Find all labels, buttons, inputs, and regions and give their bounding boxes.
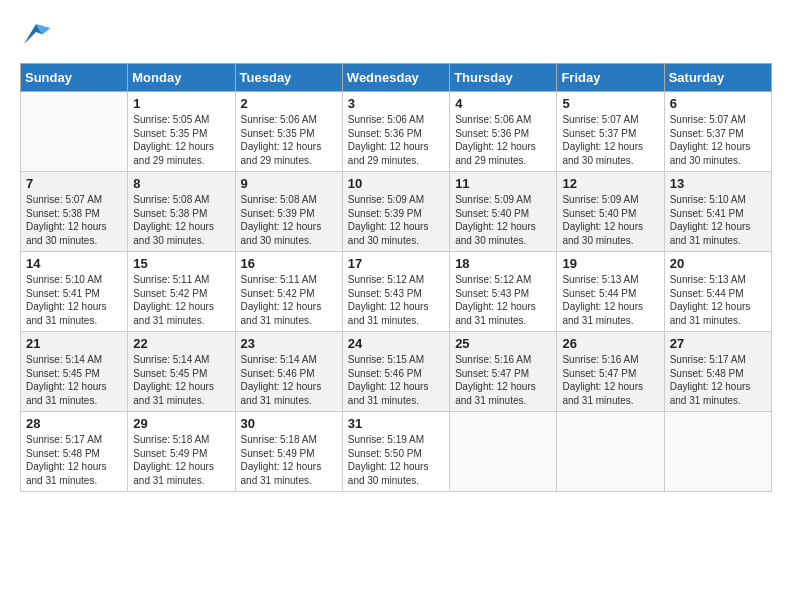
- day-number: 27: [670, 336, 766, 351]
- calendar-cell: 14 Sunrise: 5:10 AMSunset: 5:41 PMDaylig…: [21, 252, 128, 332]
- cell-info: Sunrise: 5:10 AMSunset: 5:41 PMDaylight:…: [670, 193, 766, 247]
- day-number: 18: [455, 256, 551, 271]
- calendar-cell: 21 Sunrise: 5:14 AMSunset: 5:45 PMDaylig…: [21, 332, 128, 412]
- calendar-cell: 19 Sunrise: 5:13 AMSunset: 5:44 PMDaylig…: [557, 252, 664, 332]
- day-number: 11: [455, 176, 551, 191]
- calendar-cell: 20 Sunrise: 5:13 AMSunset: 5:44 PMDaylig…: [664, 252, 771, 332]
- cell-info: Sunrise: 5:06 AMSunset: 5:36 PMDaylight:…: [348, 113, 444, 167]
- calendar-cell: 18 Sunrise: 5:12 AMSunset: 5:43 PMDaylig…: [450, 252, 557, 332]
- calendar-week-4: 28 Sunrise: 5:17 AMSunset: 5:48 PMDaylig…: [21, 412, 772, 492]
- day-number: 29: [133, 416, 229, 431]
- calendar-cell: 6 Sunrise: 5:07 AMSunset: 5:37 PMDayligh…: [664, 92, 771, 172]
- calendar-cell: 7 Sunrise: 5:07 AMSunset: 5:38 PMDayligh…: [21, 172, 128, 252]
- cell-info: Sunrise: 5:16 AMSunset: 5:47 PMDaylight:…: [562, 353, 658, 407]
- cell-info: Sunrise: 5:13 AMSunset: 5:44 PMDaylight:…: [670, 273, 766, 327]
- calendar-cell: 31 Sunrise: 5:19 AMSunset: 5:50 PMDaylig…: [342, 412, 449, 492]
- cell-info: Sunrise: 5:17 AMSunset: 5:48 PMDaylight:…: [670, 353, 766, 407]
- day-number: 4: [455, 96, 551, 111]
- calendar-cell: [664, 412, 771, 492]
- cell-info: Sunrise: 5:07 AMSunset: 5:37 PMDaylight:…: [562, 113, 658, 167]
- cell-info: Sunrise: 5:18 AMSunset: 5:49 PMDaylight:…: [133, 433, 229, 487]
- weekday-header-row: SundayMondayTuesdayWednesdayThursdayFrid…: [21, 64, 772, 92]
- day-number: 7: [26, 176, 122, 191]
- cell-info: Sunrise: 5:05 AMSunset: 5:35 PMDaylight:…: [133, 113, 229, 167]
- cell-info: Sunrise: 5:09 AMSunset: 5:39 PMDaylight:…: [348, 193, 444, 247]
- cell-info: Sunrise: 5:11 AMSunset: 5:42 PMDaylight:…: [133, 273, 229, 327]
- calendar-cell: [21, 92, 128, 172]
- calendar-cell: 5 Sunrise: 5:07 AMSunset: 5:37 PMDayligh…: [557, 92, 664, 172]
- day-number: 14: [26, 256, 122, 271]
- calendar-cell: 27 Sunrise: 5:17 AMSunset: 5:48 PMDaylig…: [664, 332, 771, 412]
- calendar-cell: 15 Sunrise: 5:11 AMSunset: 5:42 PMDaylig…: [128, 252, 235, 332]
- calendar-cell: 23 Sunrise: 5:14 AMSunset: 5:46 PMDaylig…: [235, 332, 342, 412]
- calendar-week-1: 7 Sunrise: 5:07 AMSunset: 5:38 PMDayligh…: [21, 172, 772, 252]
- calendar-cell: 22 Sunrise: 5:14 AMSunset: 5:45 PMDaylig…: [128, 332, 235, 412]
- cell-info: Sunrise: 5:12 AMSunset: 5:43 PMDaylight:…: [348, 273, 444, 327]
- day-number: 31: [348, 416, 444, 431]
- logo: [20, 20, 56, 48]
- cell-info: Sunrise: 5:15 AMSunset: 5:46 PMDaylight:…: [348, 353, 444, 407]
- cell-info: Sunrise: 5:08 AMSunset: 5:39 PMDaylight:…: [241, 193, 337, 247]
- calendar-cell: 13 Sunrise: 5:10 AMSunset: 5:41 PMDaylig…: [664, 172, 771, 252]
- day-number: 5: [562, 96, 658, 111]
- calendar-cell: 10 Sunrise: 5:09 AMSunset: 5:39 PMDaylig…: [342, 172, 449, 252]
- weekday-header-saturday: Saturday: [664, 64, 771, 92]
- calendar-cell: 17 Sunrise: 5:12 AMSunset: 5:43 PMDaylig…: [342, 252, 449, 332]
- day-number: 2: [241, 96, 337, 111]
- cell-info: Sunrise: 5:19 AMSunset: 5:50 PMDaylight:…: [348, 433, 444, 487]
- calendar-cell: 2 Sunrise: 5:06 AMSunset: 5:35 PMDayligh…: [235, 92, 342, 172]
- cell-info: Sunrise: 5:14 AMSunset: 5:46 PMDaylight:…: [241, 353, 337, 407]
- cell-info: Sunrise: 5:14 AMSunset: 5:45 PMDaylight:…: [133, 353, 229, 407]
- calendar-cell: 3 Sunrise: 5:06 AMSunset: 5:36 PMDayligh…: [342, 92, 449, 172]
- day-number: 21: [26, 336, 122, 351]
- day-number: 9: [241, 176, 337, 191]
- calendar-cell: 24 Sunrise: 5:15 AMSunset: 5:46 PMDaylig…: [342, 332, 449, 412]
- day-number: 1: [133, 96, 229, 111]
- calendar-cell: 12 Sunrise: 5:09 AMSunset: 5:40 PMDaylig…: [557, 172, 664, 252]
- calendar-week-2: 14 Sunrise: 5:10 AMSunset: 5:41 PMDaylig…: [21, 252, 772, 332]
- day-number: 12: [562, 176, 658, 191]
- calendar-week-0: 1 Sunrise: 5:05 AMSunset: 5:35 PMDayligh…: [21, 92, 772, 172]
- calendar-cell: 11 Sunrise: 5:09 AMSunset: 5:40 PMDaylig…: [450, 172, 557, 252]
- day-number: 24: [348, 336, 444, 351]
- calendar-cell: 26 Sunrise: 5:16 AMSunset: 5:47 PMDaylig…: [557, 332, 664, 412]
- cell-info: Sunrise: 5:09 AMSunset: 5:40 PMDaylight:…: [455, 193, 551, 247]
- day-number: 30: [241, 416, 337, 431]
- day-number: 10: [348, 176, 444, 191]
- calendar-cell: 1 Sunrise: 5:05 AMSunset: 5:35 PMDayligh…: [128, 92, 235, 172]
- cell-info: Sunrise: 5:13 AMSunset: 5:44 PMDaylight:…: [562, 273, 658, 327]
- calendar-cell: 4 Sunrise: 5:06 AMSunset: 5:36 PMDayligh…: [450, 92, 557, 172]
- header: [20, 20, 772, 48]
- cell-info: Sunrise: 5:06 AMSunset: 5:35 PMDaylight:…: [241, 113, 337, 167]
- calendar-cell: 8 Sunrise: 5:08 AMSunset: 5:38 PMDayligh…: [128, 172, 235, 252]
- cell-info: Sunrise: 5:11 AMSunset: 5:42 PMDaylight:…: [241, 273, 337, 327]
- calendar-week-3: 21 Sunrise: 5:14 AMSunset: 5:45 PMDaylig…: [21, 332, 772, 412]
- weekday-header-friday: Friday: [557, 64, 664, 92]
- day-number: 26: [562, 336, 658, 351]
- day-number: 22: [133, 336, 229, 351]
- calendar-cell: 16 Sunrise: 5:11 AMSunset: 5:42 PMDaylig…: [235, 252, 342, 332]
- day-number: 3: [348, 96, 444, 111]
- day-number: 19: [562, 256, 658, 271]
- cell-info: Sunrise: 5:14 AMSunset: 5:45 PMDaylight:…: [26, 353, 122, 407]
- day-number: 8: [133, 176, 229, 191]
- calendar-cell: 30 Sunrise: 5:18 AMSunset: 5:49 PMDaylig…: [235, 412, 342, 492]
- day-number: 25: [455, 336, 551, 351]
- logo-icon: [20, 20, 52, 48]
- weekday-header-tuesday: Tuesday: [235, 64, 342, 92]
- cell-info: Sunrise: 5:10 AMSunset: 5:41 PMDaylight:…: [26, 273, 122, 327]
- calendar-cell: 25 Sunrise: 5:16 AMSunset: 5:47 PMDaylig…: [450, 332, 557, 412]
- calendar-cell: [450, 412, 557, 492]
- weekday-header-wednesday: Wednesday: [342, 64, 449, 92]
- cell-info: Sunrise: 5:07 AMSunset: 5:37 PMDaylight:…: [670, 113, 766, 167]
- day-number: 17: [348, 256, 444, 271]
- day-number: 15: [133, 256, 229, 271]
- day-number: 28: [26, 416, 122, 431]
- day-number: 16: [241, 256, 337, 271]
- calendar-cell: 28 Sunrise: 5:17 AMSunset: 5:48 PMDaylig…: [21, 412, 128, 492]
- cell-info: Sunrise: 5:17 AMSunset: 5:48 PMDaylight:…: [26, 433, 122, 487]
- day-number: 6: [670, 96, 766, 111]
- cell-info: Sunrise: 5:06 AMSunset: 5:36 PMDaylight:…: [455, 113, 551, 167]
- calendar-cell: 9 Sunrise: 5:08 AMSunset: 5:39 PMDayligh…: [235, 172, 342, 252]
- cell-info: Sunrise: 5:08 AMSunset: 5:38 PMDaylight:…: [133, 193, 229, 247]
